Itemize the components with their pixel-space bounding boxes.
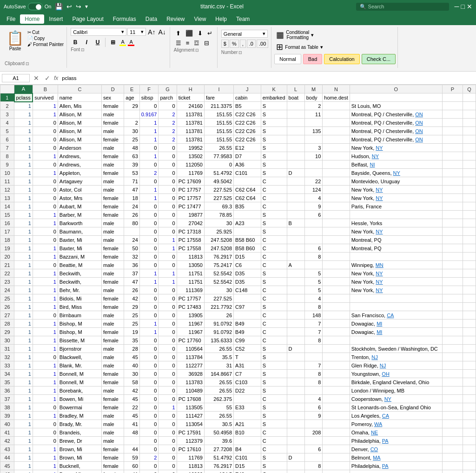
cell-i37[interactable]: 262.375: [204, 395, 233, 403]
font-size-selector[interactable]: 11 ▾: [127, 28, 146, 36]
cell-i14[interactable]: 69.3: [204, 202, 233, 211]
cell-e41[interactable]: 48: [124, 428, 140, 437]
cell-l10[interactable]: D: [287, 169, 304, 177]
cell-b28[interactable]: 1: [33, 320, 58, 328]
cell-j35[interactable]: C103: [234, 378, 261, 386]
cell-k32[interactable]: S: [261, 353, 287, 361]
formula-input[interactable]: [60, 74, 474, 82]
cell-g10[interactable]: 0: [159, 169, 177, 177]
alignment-expand-icon[interactable]: ⊡: [195, 48, 199, 53]
cell-g37[interactable]: 0: [159, 395, 177, 403]
cell-g24[interactable]: 0: [159, 286, 177, 294]
cell-j24[interactable]: C148: [234, 286, 261, 294]
cell-q31[interactable]: [463, 345, 476, 353]
cell-f39[interactable]: 0: [139, 412, 159, 420]
cell-a21[interactable]: 1: [14, 261, 33, 269]
cell-g9[interactable]: 0: [159, 160, 177, 169]
cell-m25[interactable]: 4: [304, 294, 323, 303]
cell-o16[interactable]: Hessle, Yorks: [350, 219, 442, 227]
cell-p21[interactable]: [442, 261, 463, 269]
cell-c17[interactable]: Baumann,: [58, 227, 101, 236]
cell-h33[interactable]: 112277: [177, 361, 204, 370]
percent-button[interactable]: %: [230, 40, 239, 48]
cell-l27[interactable]: [287, 311, 304, 320]
cell-j10[interactable]: C101: [234, 169, 261, 177]
cell-g29[interactable]: 0: [159, 328, 177, 336]
cell-l12[interactable]: [287, 186, 304, 194]
cell-l1[interactable]: boat: [287, 93, 304, 102]
cell-a6[interactable]: 1: [14, 135, 33, 144]
cell-reference-input[interactable]: [2, 74, 30, 82]
cell-j4[interactable]: C22 C26: [234, 119, 261, 127]
cell-d44[interactable]: female: [101, 453, 124, 462]
cell-l35[interactable]: [287, 378, 304, 386]
cell-e39[interactable]: 45: [124, 412, 140, 420]
cell-i42[interactable]: 39.6: [204, 437, 233, 445]
cell-d46[interactable]: female: [101, 470, 124, 473]
cell-a19[interactable]: 1: [14, 244, 33, 253]
cell-g19[interactable]: 1: [159, 244, 177, 253]
cell-g20[interactable]: 0: [159, 253, 177, 261]
cell-b16[interactable]: 1: [33, 219, 58, 227]
cell-k21[interactable]: C: [261, 261, 287, 269]
cell-e14[interactable]: 24: [124, 202, 140, 211]
cell-n36[interactable]: [323, 386, 350, 395]
cell-i46[interactable]: 134.5: [204, 470, 233, 473]
cell-e3[interactable]: [124, 110, 140, 119]
cell-q42[interactable]: [463, 437, 476, 445]
cell-i9[interactable]: 0: [204, 160, 233, 169]
cell-n44[interactable]: [323, 453, 350, 462]
cell-h42[interactable]: 112379: [177, 437, 204, 445]
cell-m44[interactable]: [304, 453, 323, 462]
cell-e30[interactable]: 35: [124, 336, 140, 345]
cell-g2[interactable]: 0: [159, 102, 177, 110]
cell-f20[interactable]: 0: [139, 253, 159, 261]
cell-i3[interactable]: 151.55: [204, 110, 233, 119]
cell-p46[interactable]: [442, 470, 463, 473]
cell-o25[interactable]: [350, 294, 442, 303]
cell-o20[interactable]: [350, 253, 442, 261]
cell-m43[interactable]: 6: [304, 445, 323, 453]
cell-m9[interactable]: [304, 160, 323, 169]
cell-e16[interactable]: 80: [124, 219, 140, 227]
cell-f30[interactable]: 0: [139, 336, 159, 345]
cell-c37[interactable]: Bowen, Mi: [58, 395, 101, 403]
cell-n28[interactable]: [323, 320, 350, 328]
cell-h4[interactable]: 113781: [177, 119, 204, 127]
cell-j17[interactable]: [234, 227, 261, 236]
cell-g7[interactable]: 0: [159, 144, 177, 152]
cell-e20[interactable]: 32: [124, 253, 140, 261]
cell-n23[interactable]: [323, 278, 350, 286]
cell-o43[interactable]: Denver, CO: [350, 445, 442, 453]
cell-i31[interactable]: 26.55: [204, 345, 233, 353]
font-expand-icon[interactable]: ⊡: [81, 47, 85, 52]
menu-page-layout[interactable]: Page Layout: [67, 14, 108, 24]
cell-p15[interactable]: [442, 211, 463, 219]
underline-button[interactable]: U: [93, 38, 102, 47]
cell-i2[interactable]: 211.3375: [204, 102, 233, 110]
cell-k41[interactable]: C: [261, 428, 287, 437]
cell-a44[interactable]: 1: [14, 453, 33, 462]
cell-c23[interactable]: Beckwith,: [58, 278, 101, 286]
cell-j38[interactable]: E33: [234, 403, 261, 412]
cell-h32[interactable]: 113784: [177, 353, 204, 361]
cell-g39[interactable]: 0: [159, 412, 177, 420]
cell-n25[interactable]: [323, 294, 350, 303]
cell-c39[interactable]: Bradley, M: [58, 412, 101, 420]
cell-a16[interactable]: 1: [14, 219, 33, 227]
cell-c34[interactable]: Bonnell, M: [58, 370, 101, 378]
cell-g22[interactable]: 1: [159, 269, 177, 278]
cell-e17[interactable]: [124, 227, 140, 236]
cell-k20[interactable]: C: [261, 253, 287, 261]
cell-g14[interactable]: 0: [159, 202, 177, 211]
undo-icon[interactable]: ↩: [66, 3, 72, 10]
cell-l26[interactable]: [287, 303, 304, 311]
cell-l9[interactable]: [287, 160, 304, 169]
customize-icon[interactable]: ▾: [85, 3, 88, 10]
cell-l18[interactable]: [287, 236, 304, 244]
cell-b23[interactable]: 1: [33, 278, 58, 286]
cut-button[interactable]: ✂ Cut: [27, 30, 64, 35]
cell-p37[interactable]: [442, 395, 463, 403]
cell-n21[interactable]: [323, 261, 350, 269]
cell-a18[interactable]: 1: [14, 236, 33, 244]
